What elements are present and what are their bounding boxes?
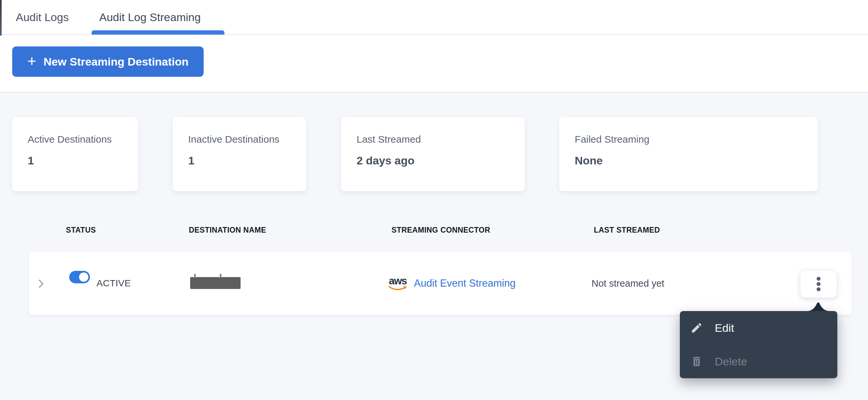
menu-item-label: Edit xyxy=(715,321,734,334)
actions-bar: + New Streaming Destination xyxy=(0,36,868,93)
stat-card-failed-streaming: Failed Streaming None xyxy=(559,117,817,191)
stat-card-last-streamed: Last Streamed 2 days ago xyxy=(341,117,525,191)
pencil-icon xyxy=(690,321,703,334)
row-context-menu: Edit Delete xyxy=(680,311,837,378)
trash-icon xyxy=(690,355,703,368)
stat-card-inactive-destinations: Inactive Destinations 1 xyxy=(173,117,306,191)
context-menu-caret xyxy=(807,300,829,311)
stat-label: Failed Streaming xyxy=(575,134,804,145)
row-actions-kebab-button[interactable] xyxy=(800,270,837,298)
audit-log-streaming-page: Audit Logs Audit Log Streaming + New Str… xyxy=(0,0,868,400)
aws-smile xyxy=(389,286,407,291)
stat-label: Inactive Destinations xyxy=(188,134,293,145)
stat-value: None xyxy=(575,154,804,167)
column-header-last-streamed: LAST STREAMED xyxy=(594,226,660,235)
kebab-dot xyxy=(816,282,820,286)
redaction-artifact xyxy=(220,274,221,278)
aws-wordmark: aws xyxy=(389,276,407,286)
tab-audit-logs[interactable]: Audit Logs xyxy=(16,0,69,34)
tab-audit-log-streaming[interactable]: Audit Log Streaming xyxy=(99,0,201,34)
kebab-dot xyxy=(816,277,820,281)
column-header-streaming-connector: STREAMING CONNECTOR xyxy=(392,226,490,235)
new-streaming-destination-label: New Streaming Destination xyxy=(43,55,188,68)
status-badge: ACTIVE xyxy=(97,252,131,315)
last-streamed-cell: Not streamed yet xyxy=(591,252,664,315)
expand-chevron-icon[interactable] xyxy=(35,278,47,289)
column-header-status: STATUS xyxy=(66,226,96,235)
toggle-knob xyxy=(79,273,88,282)
aws-logo-icon: aws xyxy=(388,276,407,291)
table-row: ACTIVE aws Audit Event Streaming Not str… xyxy=(29,252,852,315)
stat-value: 2 days ago xyxy=(356,154,512,167)
stat-value: 1 xyxy=(188,154,293,167)
stat-value: 1 xyxy=(28,154,125,167)
content-area: Active Destinations 1 Inactive Destinati… xyxy=(0,93,868,400)
menu-item-delete[interactable]: Delete xyxy=(680,345,837,378)
plus-icon: + xyxy=(27,53,36,68)
stat-label: Last Streamed xyxy=(356,134,512,145)
connector-link[interactable]: Audit Event Streaming xyxy=(414,277,516,289)
kebab-dot xyxy=(816,287,820,291)
stat-card-active-destinations: Active Destinations 1 xyxy=(12,117,138,191)
destination-name-redacted xyxy=(190,277,241,289)
menu-item-edit[interactable]: Edit xyxy=(680,311,837,345)
streaming-connector-cell: aws Audit Event Streaming xyxy=(388,252,516,315)
menu-item-label: Delete xyxy=(715,355,747,368)
status-toggle[interactable] xyxy=(69,271,90,283)
new-streaming-destination-button[interactable]: + New Streaming Destination xyxy=(12,47,204,77)
column-header-destination-name: DESTINATION NAME xyxy=(189,226,266,235)
tab-bar: Audit Logs Audit Log Streaming xyxy=(0,0,868,35)
active-tab-underline xyxy=(92,30,224,35)
redaction-artifact xyxy=(194,274,196,278)
stat-label: Active Destinations xyxy=(28,134,125,145)
